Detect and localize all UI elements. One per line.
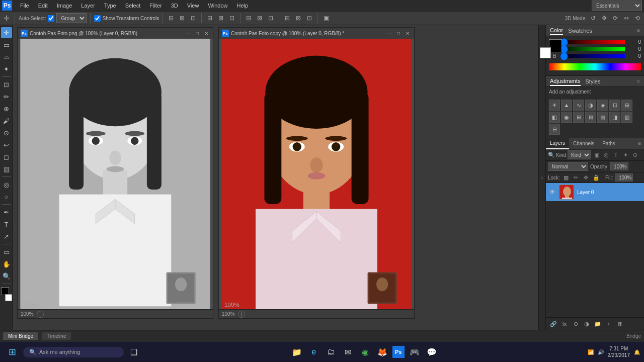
menu-help[interactable]: Help: [233, 2, 253, 10]
3d-orbit-icon[interactable]: ↺: [589, 14, 598, 23]
hand-tool[interactable]: ✋: [1, 258, 12, 269]
adj-levels-icon[interactable]: ▲: [561, 100, 572, 111]
firefox-icon[interactable]: 🦊: [375, 345, 389, 359]
adj-panel-collapse[interactable]: ≡: [637, 78, 640, 84]
background-swatch[interactable]: [540, 47, 551, 58]
select-tool[interactable]: ▭: [1, 39, 12, 50]
adjustments-tab[interactable]: Adjustments: [550, 77, 581, 86]
layer-new-icon[interactable]: +: [604, 319, 613, 328]
eraser-tool[interactable]: ◻: [1, 151, 12, 162]
doc1-close-btn[interactable]: ✕: [203, 30, 210, 37]
r-slider[interactable]: [560, 40, 625, 44]
fg-bg-swatches[interactable]: [549, 39, 551, 58]
move-tool-icon[interactable]: ✛: [2, 14, 11, 23]
timeline-tab[interactable]: Timeline: [42, 332, 71, 340]
distribute-left-icon[interactable]: ⊟: [283, 14, 292, 23]
filter-smart-icon[interactable]: ⊙: [631, 151, 639, 159]
lock-transparent-icon[interactable]: ▩: [562, 173, 570, 182]
adj-hsl-icon[interactable]: ⊡: [609, 100, 620, 111]
edge-icon[interactable]: e: [307, 345, 321, 359]
adj-invert-icon[interactable]: ⊠: [585, 112, 596, 123]
doc2-maximize-btn[interactable]: □: [395, 30, 402, 37]
filter-text-icon[interactable]: T: [612, 151, 620, 159]
menu-filter[interactable]: Filter: [145, 2, 166, 10]
chrome-icon[interactable]: ◉: [358, 345, 372, 359]
dodge-tool[interactable]: ○: [1, 191, 12, 202]
menu-view[interactable]: View: [183, 2, 203, 10]
arrange-icon[interactable]: ▣: [321, 14, 331, 23]
doc2-info-btn[interactable]: i: [238, 311, 245, 318]
opacity-input[interactable]: [610, 162, 628, 170]
adj-posterize-icon[interactable]: ▤: [597, 112, 608, 123]
eyedropper-tool[interactable]: ✏: [1, 91, 12, 102]
g-slider[interactable]: [560, 47, 625, 51]
pen-tool[interactable]: ✒: [1, 207, 12, 218]
doc2-minimize-btn[interactable]: —: [386, 30, 393, 37]
adj-bw-icon[interactable]: ◧: [549, 112, 560, 123]
chat-icon[interactable]: 💬: [425, 345, 439, 359]
distribute-top-icon[interactable]: ⊟: [244, 14, 253, 23]
group-select[interactable]: Group Layer: [56, 13, 87, 23]
align-right-icon[interactable]: ⊡: [189, 14, 198, 23]
lasso-tool[interactable]: ⌓: [1, 51, 12, 62]
transform-checkbox[interactable]: [94, 15, 101, 22]
photoshop-taskbar-icon[interactable]: Ps: [392, 346, 405, 358]
paths-tab[interactable]: Paths: [598, 138, 619, 149]
adj-curves-icon[interactable]: ∿: [573, 100, 584, 111]
distribute-right-icon[interactable]: ⊡: [305, 14, 314, 23]
menu-image[interactable]: Image: [53, 2, 76, 10]
brush-tool[interactable]: 🖌: [1, 115, 12, 126]
windows-start-btn[interactable]: ⊞: [4, 344, 20, 360]
color-spectrum-bar[interactable]: [549, 63, 641, 70]
styles-tab[interactable]: Styles: [586, 77, 601, 85]
3d-slide-icon[interactable]: ⇔: [622, 14, 631, 23]
move-tool[interactable]: ✛: [1, 27, 12, 38]
layer-adjustment-icon[interactable]: ◑: [582, 319, 591, 328]
lock-position-icon[interactable]: ✥: [582, 173, 590, 182]
adj-exposure-icon[interactable]: ◑: [585, 100, 596, 111]
crop-tool[interactable]: ⊡: [1, 79, 12, 90]
speaker-icon[interactable]: 🔊: [598, 349, 604, 355]
task-view-btn[interactable]: ❑: [127, 345, 141, 359]
history-brush-tool[interactable]: ↩: [1, 139, 12, 150]
layer-folder-icon[interactable]: 📁: [593, 319, 602, 328]
layer-mask-icon[interactable]: ⊙: [571, 319, 580, 328]
swatches-tab[interactable]: Swatches: [568, 27, 592, 35]
lock-all-icon[interactable]: 🔒: [592, 173, 600, 182]
layer-link-icon[interactable]: 🔗: [549, 319, 558, 328]
distribute-center-icon[interactable]: ⊠: [255, 14, 264, 23]
filter-adjust-icon[interactable]: ◎: [602, 151, 610, 159]
auto-select-checkbox[interactable]: [48, 15, 54, 22]
align-center-h-icon[interactable]: ⊠: [216, 14, 225, 23]
menu-select[interactable]: Select: [121, 2, 145, 10]
blur-tool[interactable]: ◎: [1, 179, 12, 190]
workspace-selector[interactable]: Essentials: [592, 1, 642, 11]
file-explorer-icon[interactable]: 📁: [290, 345, 304, 359]
align-left-icon[interactable]: ⊟: [167, 14, 176, 23]
layer-fx-icon[interactable]: fx: [560, 319, 569, 328]
lock-pixels-icon[interactable]: ✏: [572, 173, 580, 182]
game-icon[interactable]: 🎮: [408, 345, 422, 359]
adj-brightness-icon[interactable]: ☀: [549, 100, 560, 111]
color-swatches[interactable]: [1, 287, 12, 301]
adj-photofilter-icon[interactable]: ◉: [561, 112, 572, 123]
layer-0-row[interactable]: 👁 Layer 0: [546, 183, 644, 201]
align-top-icon[interactable]: ⊟: [205, 14, 214, 23]
menu-window[interactable]: Window: [204, 2, 231, 10]
background-color[interactable]: [5, 294, 12, 301]
mail-icon[interactable]: ✉: [341, 345, 355, 359]
color-tab[interactable]: Color: [550, 26, 563, 35]
layer-delete-icon[interactable]: 🗑: [615, 319, 624, 328]
files-icon[interactable]: 🗂: [324, 345, 338, 359]
channels-tab[interactable]: Channels: [569, 138, 598, 149]
blend-mode-select[interactable]: Normal: [548, 162, 588, 171]
shape-tool[interactable]: ▭: [1, 246, 12, 257]
spot-heal-tool[interactable]: ⊕: [1, 103, 12, 114]
layer-0-visibility-icon[interactable]: 👁: [549, 189, 556, 196]
doc2-close-btn[interactable]: ✕: [404, 30, 411, 37]
adj-selective-color-icon[interactable]: ⊟: [549, 124, 560, 135]
adj-mixer-icon[interactable]: ⊞: [573, 112, 584, 123]
network-icon[interactable]: 📶: [588, 349, 594, 355]
magic-wand-tool[interactable]: ✦: [1, 63, 12, 74]
doc1-maximize-btn[interactable]: □: [194, 30, 201, 37]
